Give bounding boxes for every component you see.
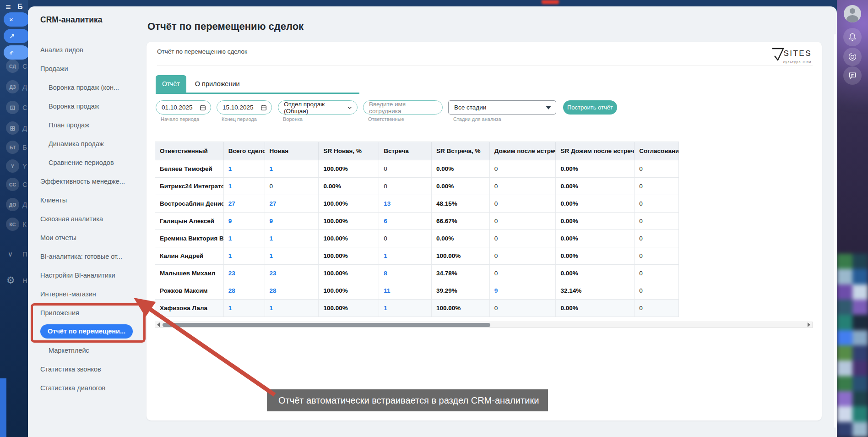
- sidebar-item-active[interactable]: Отчёт по перемещени...: [28, 322, 143, 341]
- sidebar-item[interactable]: Маркетплейс: [28, 341, 143, 360]
- chat-avatar[interactable]: ДЗ: [6, 80, 19, 93]
- responsible-name-cell: Хафизова Лала: [155, 300, 224, 317]
- sidebar-item[interactable]: BI-аналитика: готовые от...: [28, 247, 143, 266]
- deal-count-link[interactable]: 6: [379, 213, 432, 229]
- value-cell: 0.00%: [556, 160, 635, 177]
- sidebar-item[interactable]: Мои отчеты: [28, 228, 143, 247]
- scroll-left-arrow[interactable]: [157, 322, 160, 327]
- table-row: Галицын Алексей99100.00%666.67%00.00%0: [155, 213, 679, 230]
- sidebar-item[interactable]: Эффективность менедже...: [28, 172, 143, 191]
- vertical-scrollbar[interactable]: [834, 34, 836, 428]
- mosaic-tile: [837, 315, 852, 330]
- deal-count-link[interactable]: 1: [265, 247, 319, 264]
- sidebar-item[interactable]: Статистика диалогов: [28, 378, 143, 397]
- gear-icon[interactable]: ⚙: [6, 275, 15, 286]
- period-start-date-input[interactable]: 01.10.2025: [156, 100, 211, 115]
- copy-link-button[interactable]: ∞: [4, 45, 28, 60]
- deal-count-link[interactable]: 1: [265, 160, 319, 177]
- scroll-right-arrow[interactable]: [808, 322, 810, 327]
- deal-count-link[interactable]: 9: [224, 213, 265, 229]
- value-cell: 0.00%: [432, 178, 490, 195]
- calendar-icon[interactable]: [260, 104, 267, 111]
- period-end-date-input[interactable]: 15.10.2025: [217, 100, 272, 115]
- column-header[interactable]: Ответственный: [155, 142, 224, 160]
- sidebar-item[interactable]: Анализ лидов: [28, 40, 143, 59]
- sidebar-item[interactable]: План продаж: [28, 115, 143, 134]
- funnel-select[interactable]: Отдел продаж (Общая): [278, 100, 358, 115]
- value-cell: 0.00%: [556, 195, 635, 212]
- chat-avatar[interactable]: СД: [6, 60, 19, 73]
- notifications-bell-button[interactable]: [843, 28, 862, 46]
- column-header[interactable]: Дожим после встречи: [490, 142, 556, 160]
- sidebar-item[interactable]: Сквозная аналитика: [28, 209, 143, 228]
- sidebar-item[interactable]: Воронка продаж (кон...: [28, 78, 143, 97]
- deal-count-link[interactable]: 1: [224, 230, 265, 247]
- close-slider-button[interactable]: ×: [4, 12, 28, 27]
- sidebar-item[interactable]: Интернет-магазин: [28, 284, 143, 303]
- deal-count-link[interactable]: 23: [224, 265, 265, 282]
- sidebar-item[interactable]: Статистика звонков: [28, 360, 143, 378]
- tab-report[interactable]: Отчёт: [156, 75, 186, 93]
- sidebar-item[interactable]: Сравнение периодов: [28, 153, 143, 172]
- deal-count-link[interactable]: 9: [490, 282, 556, 299]
- scrollbar-thumb[interactable]: [163, 323, 490, 327]
- responsible-name-cell: Беляев Тимофей: [155, 160, 224, 177]
- mosaic-tile: [852, 254, 868, 269]
- chat-avatar[interactable]: СС: [6, 178, 19, 191]
- rec-button[interactable]: [843, 48, 862, 66]
- deal-count-link[interactable]: 1: [265, 300, 319, 317]
- chat-transfer-button[interactable]: [843, 66, 862, 85]
- deal-count-link[interactable]: 1: [379, 247, 432, 264]
- mosaic-tile: [852, 361, 868, 376]
- tab-about-app[interactable]: О приложении: [186, 75, 249, 93]
- deal-count-link[interactable]: 1: [265, 230, 319, 247]
- column-header[interactable]: SR Встреча, %: [432, 142, 490, 160]
- chat-avatar[interactable]: Y: [6, 159, 19, 173]
- deal-count-link[interactable]: 28: [224, 282, 265, 299]
- sidebar-item[interactable]: Настройки BI-аналитики: [28, 266, 143, 284]
- chat-avatar[interactable]: ⊡: [6, 101, 19, 114]
- mosaic-tile: [837, 300, 852, 315]
- stages-multiselect[interactable]: Все стадии: [448, 100, 556, 115]
- chat-avatar[interactable]: КС: [6, 218, 19, 231]
- bell-icon: [848, 33, 857, 42]
- deal-count-link[interactable]: 1: [224, 247, 265, 264]
- sidebar-item[interactable]: Продажи: [28, 59, 143, 78]
- sidebar-item[interactable]: Динамика продаж: [28, 134, 143, 153]
- deal-count-link[interactable]: 27: [265, 195, 319, 212]
- open-in-new-window-button[interactable]: ↗: [4, 29, 28, 43]
- column-header[interactable]: SR Новая, %: [319, 142, 379, 160]
- deal-count-link[interactable]: 11: [379, 282, 432, 299]
- deal-count-link[interactable]: 1: [224, 178, 265, 195]
- deal-count-link[interactable]: 27: [224, 195, 265, 212]
- responsible-input[interactable]: Введите имя сотрудника: [363, 100, 443, 115]
- column-header[interactable]: Согласование сде: [635, 142, 678, 160]
- calendar-icon[interactable]: [200, 104, 206, 111]
- user-avatar[interactable]: [844, 5, 861, 22]
- deal-count-link[interactable]: 23: [265, 265, 319, 282]
- column-header[interactable]: Встреча: [379, 142, 432, 160]
- value-cell: 0: [490, 247, 556, 264]
- chat-avatar[interactable]: ДО: [6, 198, 19, 211]
- column-header[interactable]: SR Дожим после встречи, %: [556, 142, 635, 160]
- deal-count-link[interactable]: 1: [224, 300, 265, 317]
- deal-count-link[interactable]: 1: [224, 160, 265, 177]
- sidebar-item[interactable]: Клиенты: [28, 191, 143, 209]
- sidebar-item[interactable]: Приложения: [28, 303, 143, 322]
- deal-count-link[interactable]: 8: [379, 265, 432, 282]
- column-header[interactable]: Всего сделок: [224, 142, 265, 160]
- table-horizontal-scrollbar[interactable]: [155, 322, 813, 328]
- deal-count-link[interactable]: 9: [265, 213, 319, 229]
- sidebar-item[interactable]: Воронка продаж: [28, 97, 143, 115]
- column-header[interactable]: Новая: [265, 142, 319, 160]
- deal-count-link[interactable]: 1: [379, 300, 432, 317]
- sidebar-active-pill[interactable]: Отчёт по перемещени...: [40, 324, 133, 339]
- deal-count-link[interactable]: 13: [379, 195, 432, 212]
- deal-count-link[interactable]: 28: [265, 282, 319, 299]
- build-report-button[interactable]: Построить отчёт: [563, 100, 617, 115]
- menu-burger-icon[interactable]: ≡: [5, 2, 11, 12]
- chat-avatar[interactable]: БТ: [6, 141, 19, 154]
- chat-avatar[interactable]: ⊞: [6, 121, 19, 135]
- table-row: Битрикс24 Интегратор100.00%00.00%00.00%0: [155, 178, 679, 195]
- chevron-down-icon[interactable]: ∨: [8, 250, 13, 258]
